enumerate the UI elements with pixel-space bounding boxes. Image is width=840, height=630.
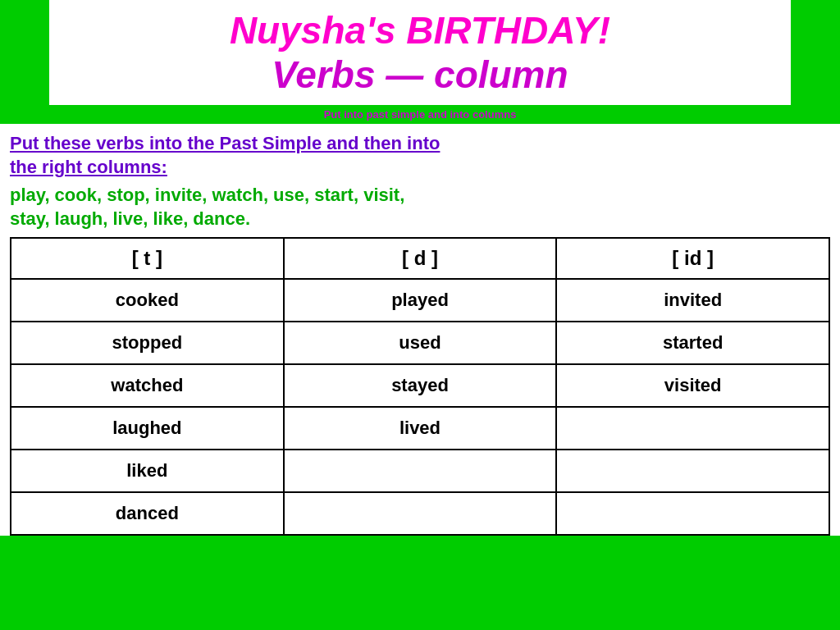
title-line2: Verbs — column bbox=[66, 52, 774, 97]
table-cell bbox=[284, 492, 557, 535]
instruction-line2: the right columns: bbox=[10, 157, 167, 177]
verb-table: [ t ] [ d ] [ id ] cookedplayedinvitedst… bbox=[10, 237, 830, 536]
table-cell: used bbox=[284, 322, 557, 364]
table-cell bbox=[556, 492, 829, 535]
content-area: Put these verbs into the Past Simple and… bbox=[0, 124, 840, 536]
table-cell: stayed bbox=[284, 364, 557, 407]
table-cell bbox=[556, 450, 829, 492]
table-row: liked bbox=[11, 450, 829, 492]
instruction-line1: Put these verbs into the Past Simple and… bbox=[10, 133, 440, 153]
table-cell bbox=[556, 407, 829, 450]
table-cell: visited bbox=[556, 364, 829, 407]
table-cell: liked bbox=[11, 450, 284, 492]
title-line1: Nuysha's BIRTHDAY! bbox=[66, 8, 774, 52]
table-row: stoppedusedstarted bbox=[11, 322, 829, 364]
header-id: [ id ] bbox=[556, 238, 829, 279]
green-right-decoration bbox=[791, 0, 840, 98]
table-row: cookedplayedinvited bbox=[11, 279, 829, 322]
table-cell bbox=[284, 450, 557, 492]
green-left-decoration bbox=[0, 0, 49, 98]
instruction-text: Put these verbs into the Past Simple and… bbox=[10, 132, 830, 179]
header-box: Nuysha's BIRTHDAY! Verbs — column bbox=[49, 0, 791, 105]
table-cell: started bbox=[556, 322, 829, 364]
header-t: [ t ] bbox=[11, 238, 284, 279]
table-cell: played bbox=[284, 279, 557, 322]
verbs-line2: stay, laugh, live, like, dance. bbox=[10, 208, 250, 229]
subtitle-text: Put into past simple and into columns bbox=[324, 108, 517, 121]
table-row: danced bbox=[11, 492, 829, 535]
header-d: [ d ] bbox=[284, 238, 557, 279]
table-cell: invited bbox=[556, 279, 829, 322]
table-cell: stopped bbox=[11, 322, 284, 364]
green-bottom-bar bbox=[0, 605, 840, 630]
table-row: watchedstayedvisited bbox=[11, 364, 829, 407]
table-cell: cooked bbox=[11, 279, 284, 322]
table-row: laughedlived bbox=[11, 407, 829, 450]
verbs-list: play, cook, stop, invite, watch, use, st… bbox=[10, 184, 830, 231]
table-cell: watched bbox=[11, 364, 284, 407]
verbs-line1: play, cook, stop, invite, watch, use, st… bbox=[10, 185, 404, 205]
table-cell: danced bbox=[11, 492, 284, 535]
subtitle-bar: Put into past simple and into columns bbox=[0, 105, 840, 124]
table-header-row: [ t ] [ d ] [ id ] bbox=[11, 238, 829, 279]
table-cell: lived bbox=[284, 407, 557, 450]
table-cell: laughed bbox=[11, 407, 284, 450]
